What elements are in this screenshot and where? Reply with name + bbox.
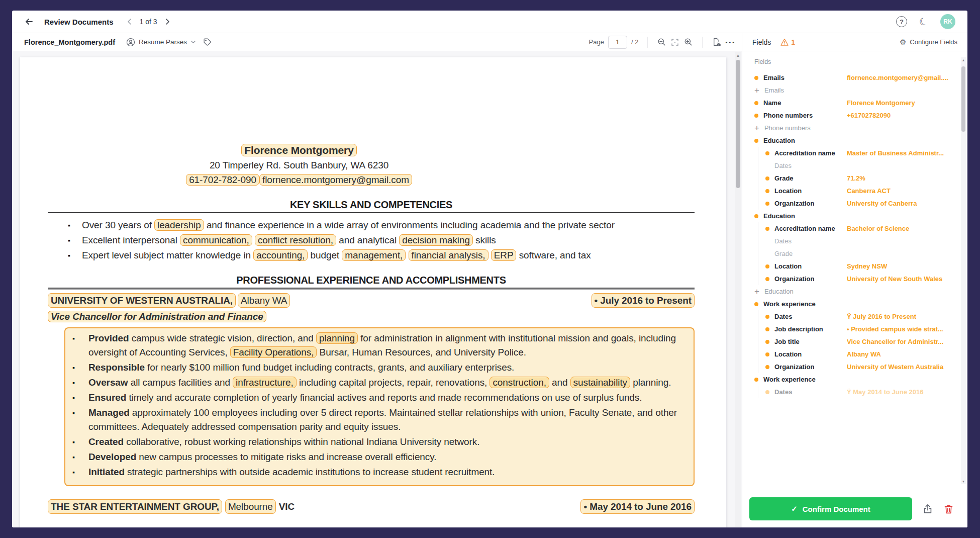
add-field-row[interactable]: Emails <box>742 84 967 97</box>
highlighted-text[interactable]: decision making <box>399 234 473 246</box>
highlighted-text[interactable]: construction, <box>489 377 549 388</box>
scroll-down-icon[interactable]: ▼ <box>961 480 966 483</box>
job-description-annotation[interactable]: Provided campus wide strategic vision, d… <box>64 327 695 486</box>
field-row[interactable]: Dates <box>742 159 967 172</box>
more-options-icon[interactable]: ••• <box>725 39 736 45</box>
validation-warning-badge[interactable]: 1 <box>780 38 795 47</box>
prev-document-icon[interactable] <box>127 19 133 25</box>
field-row[interactable]: Dates <box>742 235 967 247</box>
field-row[interactable]: Job description• Provided campus wide st… <box>742 323 967 335</box>
scrollbar-thumb[interactable] <box>961 66 965 132</box>
name-annotation[interactable]: Florence Montgomery <box>241 144 356 156</box>
assignee-selector[interactable]: Resume Parses <box>126 38 196 47</box>
text-run: skills <box>473 235 496 245</box>
delete-icon[interactable] <box>943 504 954 514</box>
organization-annotation[interactable]: UNIVERSITY OF WESTERN AUSTRALIA, <box>48 293 236 308</box>
tab-fields[interactable]: Fields <box>752 38 771 46</box>
organization-annotation[interactable]: THE STAR ENTERTAINMENT GROUP, <box>48 499 222 514</box>
add-field-row[interactable]: Education <box>742 285 967 298</box>
zoom-out-icon[interactable] <box>657 37 666 47</box>
fit-to-screen-icon[interactable] <box>670 38 679 47</box>
tag-icon[interactable] <box>203 38 212 46</box>
email-annotation[interactable]: flornence.montgomery@gmail.com <box>259 174 412 186</box>
back-arrow-icon[interactable] <box>24 17 34 27</box>
field-value[interactable]: Ÿ July 2016 to Present <box>847 313 954 320</box>
field-value[interactable]: University of Canberra <box>847 200 954 207</box>
export-icon[interactable] <box>922 503 933 514</box>
text-run: campus wide strategic vision, direction,… <box>129 333 316 343</box>
dates-annotation[interactable]: • July 2016 to Present <box>592 293 695 308</box>
field-row[interactable]: Phone numbers+61702782090 <box>742 109 967 122</box>
field-value[interactable]: flornence.montgomery@gmail.... <box>847 74 954 81</box>
zoom-in-icon[interactable] <box>683 37 693 47</box>
field-value[interactable]: +61702782090 <box>847 112 954 119</box>
field-row[interactable]: Accreditation nameMaster of Business Adm… <box>742 147 967 159</box>
field-status-dot <box>765 352 769 356</box>
configure-fields-button[interactable]: ⚙ Configure Fields <box>900 38 957 47</box>
dates-annotation[interactable]: • May 2014 to June 2016 <box>580 499 695 514</box>
field-value[interactable]: Albany WA <box>847 350 954 358</box>
field-row[interactable]: LocationCanberra ACT <box>742 185 967 197</box>
field-value[interactable]: University of New South Wales <box>847 275 954 283</box>
highlighted-text[interactable]: management, <box>342 249 406 261</box>
field-row[interactable]: NameFlorence Montgomery <box>742 97 967 109</box>
field-row[interactable]: Emailsflornence.montgomery@gmail.... <box>742 71 967 84</box>
field-row[interactable]: OrganizationUniversity of Western Austra… <box>742 361 967 373</box>
job-title-annotation[interactable]: Vice Chancellor for Administration and F… <box>48 311 266 322</box>
field-group-row[interactable]: Education <box>742 134 967 147</box>
field-status-dot <box>765 151 769 155</box>
next-document-icon[interactable] <box>164 19 170 25</box>
highlighted-text[interactable]: infrastructure, <box>233 377 297 388</box>
field-row[interactable]: Accreditation nameBachelor of Science <box>742 222 967 235</box>
highlighted-text[interactable]: ERP <box>491 249 517 261</box>
page-number-input[interactable] <box>608 36 627 49</box>
field-value[interactable]: Sydney NSW <box>847 262 954 270</box>
highlighted-text[interactable]: accounting, <box>253 249 308 261</box>
scroll-up-icon[interactable]: ▲ <box>735 53 741 58</box>
field-row[interactable]: Grade <box>742 247 967 260</box>
field-value[interactable]: Canberra ACT <box>847 187 954 195</box>
field-row[interactable]: OrganizationUniversity of Canberra <box>742 197 967 210</box>
location-annotation[interactable]: Albany WA <box>238 293 290 308</box>
viewer-scrollbar[interactable]: ▲ <box>735 52 741 527</box>
field-value[interactable]: • Provided campus wide strat... <box>847 325 954 333</box>
field-row[interactable]: Job titleVice Chancellor for Administr..… <box>742 335 967 348</box>
sidebar-scrollbar[interactable]: ▲ ▼ <box>961 57 966 484</box>
field-group-row[interactable]: Work experience <box>742 373 967 386</box>
field-row[interactable]: DatesŸ May 2014 to June 2016 <box>742 386 967 398</box>
field-value[interactable]: Bachelor of Science <box>847 225 954 232</box>
highlighted-text[interactable]: leadership <box>154 219 204 231</box>
highlighted-text[interactable]: sustainability <box>570 377 630 388</box>
text-run: Provided <box>88 333 129 343</box>
field-row[interactable]: LocationAlbany WA <box>742 348 967 361</box>
field-row[interactable]: DatesŸ July 2016 to Present <box>742 310 967 323</box>
phone-annotation[interactable]: 61-702-782-090 <box>186 174 259 186</box>
highlighted-text[interactable]: planning <box>316 332 358 344</box>
field-group-row[interactable]: Education <box>742 210 967 222</box>
location-annotation[interactable]: Melbourne <box>225 499 276 514</box>
highlighted-text[interactable]: conflict resolution, <box>255 234 336 246</box>
split-document-icon[interactable] <box>712 37 721 47</box>
field-value[interactable]: 71.2% <box>847 174 954 182</box>
add-field-row[interactable]: Phone numbers <box>742 122 967 134</box>
field-value[interactable]: University of Western Australia <box>847 363 954 371</box>
highlighted-text[interactable]: Facility Operations, <box>230 346 317 358</box>
scroll-up-icon[interactable]: ▲ <box>961 58 966 62</box>
field-row[interactable]: OrganizationUniversity of New South Wale… <box>742 273 967 285</box>
field-value[interactable]: Vice Chancellor for Administr... <box>847 338 954 345</box>
resume-bullet: Initiated strategic partnerships with ou… <box>66 465 687 479</box>
highlighted-text[interactable]: financial analysis, <box>409 249 488 261</box>
avatar[interactable]: RK <box>940 14 955 29</box>
highlighted-text[interactable]: communication, <box>180 234 252 246</box>
dark-mode-icon[interactable]: ☾ <box>918 15 930 29</box>
confirm-document-button[interactable]: ✓ Confirm Document <box>749 497 912 520</box>
help-icon[interactable]: ? <box>896 16 907 27</box>
scrollbar-thumb[interactable] <box>736 60 740 188</box>
field-value[interactable]: Florence Montgomery <box>847 99 954 107</box>
field-group-row[interactable]: Work experience <box>742 298 967 310</box>
field-row[interactable]: LocationSydney NSW <box>742 260 967 273</box>
field-row[interactable]: Grade71.2% <box>742 172 967 185</box>
text-run: Expert level subject matter knowledge in <box>82 250 253 260</box>
field-value[interactable]: Ÿ May 2014 to June 2016 <box>847 388 954 396</box>
field-value[interactable]: Master of Business Administr... <box>847 149 954 157</box>
